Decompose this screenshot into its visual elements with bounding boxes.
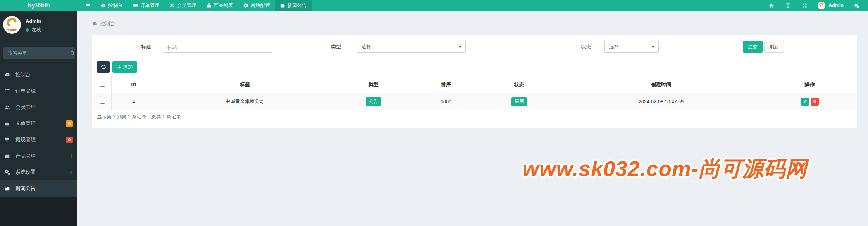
chevron-left-icon [69, 170, 73, 174]
nav-item-site-config[interactable]: 网站配置 [238, 0, 275, 11]
chevron-left-icon [69, 154, 73, 158]
content-panel: 标题 类型 选择 状态 选择 提交 刷新 添加 ID标题类型排序状态创建时间 [92, 35, 857, 128]
avatar: 中国黄金 [3, 16, 21, 34]
sidebar: 中国黄金 Admin 在线 控制台订单管理会员管理充值管理0提现管理0产品管理系… [0, 11, 78, 226]
sidebar-item-system[interactable]: 系统设置 [0, 164, 78, 180]
trash-button[interactable] [780, 0, 796, 11]
newspaper-icon [280, 3, 285, 8]
title-input[interactable] [163, 41, 272, 53]
online-status-dot [26, 28, 29, 32]
pagination-summary: 显示第 1 到第 1 条记录，总共 1 条记录 [97, 114, 181, 120]
table-row: 4中国黄金集团公司公告1000启用2024-02-08 10:47:59 [93, 93, 856, 110]
trash-icon [785, 3, 790, 8]
sidebar-item-withdraw[interactable]: 提现管理0 [0, 132, 78, 148]
menu-search-input[interactable] [3, 50, 70, 56]
column-header: 创建时间 [559, 76, 763, 93]
row-title-cell: 中国黄金集团公司 [156, 93, 334, 110]
menu-icon [86, 3, 91, 8]
nav-item-news[interactable]: 新闻公告 [275, 0, 312, 11]
sidebar-toggle-button[interactable] [81, 0, 96, 11]
add-button[interactable]: 添加 [112, 61, 137, 73]
sidebar-item-members[interactable]: 会员管理 [0, 99, 78, 115]
navbar-username: Admin [828, 3, 844, 8]
refresh-button[interactable]: 刷新 [764, 41, 784, 53]
bag-icon [207, 3, 212, 8]
type-select[interactable]: 选择 [357, 41, 466, 53]
row-id-cell: 4 [112, 93, 156, 110]
bag-icon [5, 153, 13, 159]
users-icon [170, 3, 175, 8]
sidebar-user-panel: 中国黄金 Admin 在线 [0, 11, 78, 39]
dashboard-icon [92, 21, 97, 26]
status-label: 状态 [581, 41, 591, 53]
column-header: 标题 [156, 76, 334, 93]
column-header: ID [112, 76, 156, 93]
online-status-label: 在线 [32, 27, 41, 33]
navbar-user-menu[interactable]: Admin [813, 0, 848, 11]
edit-button[interactable] [801, 98, 809, 106]
avatar [818, 2, 825, 9]
list-icon [133, 3, 138, 8]
nav-item-members[interactable]: 会员管理 [165, 0, 202, 11]
plus-icon [117, 65, 121, 69]
settings-button[interactable] [848, 0, 865, 11]
expand-icon [802, 3, 807, 8]
table-reload-button[interactable] [97, 61, 110, 73]
sidebar-item-product-mgmt[interactable]: 产品管理 [0, 148, 78, 164]
home-icon [769, 3, 774, 8]
caret-down-icon [651, 45, 655, 49]
newspaper-icon [5, 186, 13, 191]
cogs-icon [854, 3, 859, 8]
row-checkbox[interactable] [100, 99, 105, 104]
title-label: 标题 [141, 41, 151, 53]
nav-item-dashboard[interactable]: 控制台 [96, 0, 128, 11]
nav-item-products[interactable]: 产品列表 [202, 0, 238, 11]
row-actions-cell [763, 93, 856, 110]
news-table: ID标题类型排序状态创建时间操作 4中国黄金集团公司公告1000启用2024-0… [93, 76, 856, 110]
select-all-cell [93, 76, 112, 93]
nav-item-orders[interactable]: 订单管理 [128, 0, 165, 11]
watermark: www.sk032.com-尚可源码网 [522, 155, 807, 183]
users-icon [5, 104, 13, 110]
column-header: 状态 [479, 76, 559, 93]
breadcrumb: 控制台 [92, 20, 115, 27]
sidebar-search [3, 47, 75, 59]
sidebar-filler [0, 197, 78, 226]
brand-logo[interactable]: by99dh [0, 0, 78, 11]
submit-button[interactable]: 提交 [743, 41, 763, 53]
sidebar-item-news[interactable]: 新闻公告 [0, 180, 78, 197]
row-sort-cell: 1000 [413, 93, 479, 110]
count-badge: 0 [66, 137, 73, 143]
main-content: 控制台 标题 类型 选择 状态 选择 提交 刷新 添加 [78, 11, 868, 226]
thumbs-down-icon [5, 137, 13, 142]
count-badge: 0 [66, 120, 73, 127]
search-icon[interactable] [70, 51, 75, 56]
dashboard-icon [5, 72, 13, 77]
dashboard-icon [101, 3, 106, 8]
refresh-icon [101, 64, 106, 70]
status-select[interactable]: 选择 [604, 41, 659, 53]
top-navbar: by99dh 控制台订单管理会员管理产品列表网站配置新闻公告 Admin [0, 0, 868, 11]
home-button[interactable] [763, 0, 780, 11]
sidebar-username: Admin [26, 18, 41, 24]
column-header: 操作 [763, 76, 856, 93]
caret-down-icon [458, 45, 462, 49]
type-label: 类型 [331, 41, 341, 53]
list-icon [5, 88, 13, 94]
gear-icon [243, 3, 248, 8]
sidebar-item-orders[interactable]: 订单管理 [0, 83, 78, 99]
delete-button[interactable] [811, 98, 819, 106]
type-badge: 公告 [366, 97, 381, 106]
expand-button[interactable] [796, 0, 813, 11]
column-header: 类型 [334, 76, 413, 93]
row-created-cell: 2024-02-08 10:47:59 [559, 93, 763, 110]
column-header: 排序 [413, 76, 479, 93]
thumbs-up-icon [5, 121, 13, 126]
select-all-checkbox[interactable] [100, 82, 105, 87]
cogs-icon [5, 170, 13, 175]
status-badge: 启用 [512, 97, 527, 106]
sidebar-item-dashboard[interactable]: 控制台 [0, 67, 78, 83]
sidebar-item-recharge[interactable]: 充值管理0 [0, 115, 78, 132]
